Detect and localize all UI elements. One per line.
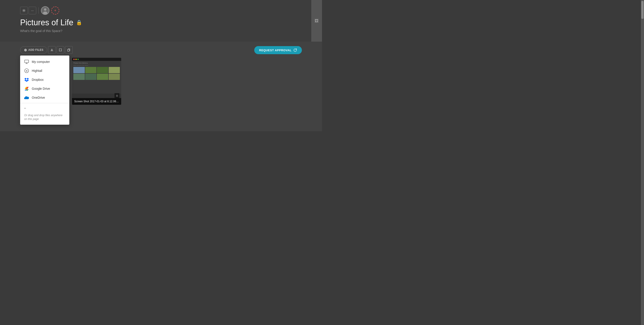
hero-image-thumb: 🖼 [311,0,322,42]
add-files-dropdown: My computer H Hightail Dropbox [20,56,69,125]
dash-label: – [24,106,26,110]
main-content: ⊕ ADD FILES [0,42,322,131]
add-files-button[interactable]: ⊕ ADD FILES [20,46,47,54]
close-dot [73,59,75,60]
hero-section: ··· + Pictures of Life 🔒 What's the goal… [0,0,322,42]
mini-photo-5 [73,74,85,80]
lock-icon: 🔒 [76,20,82,26]
mini-photo-3 [97,67,108,73]
dropdown-item-onedrive-label: OneDrive [32,96,45,99]
dropdown-item-dropbox[interactable]: Dropbox [20,75,69,84]
plus-icon: + [54,8,56,13]
mini-photo-4 [109,67,120,73]
computer-icon [24,59,29,64]
settings-button[interactable] [20,7,28,14]
image-icon: 🖼 [314,19,319,23]
svg-point-3 [43,12,48,15]
copy-button[interactable] [65,46,73,54]
file-card-footer-2: Screen Shot 2017-01-03 at 8.12.06 ... [72,98,121,105]
dropdown-item-onedrive[interactable]: OneDrive [20,93,69,102]
request-approval-button[interactable]: REQUEST APPROVAL [254,46,302,54]
screenshot-header [72,58,121,61]
screenshot-title: Photos from Above ▸ [73,62,120,64]
mini-photo-8 [109,74,120,80]
svg-point-0 [24,10,24,11]
download-button[interactable] [48,46,56,54]
dropbox-icon [24,77,29,82]
avatar[interactable] [41,6,50,15]
request-approval-label: REQUEST APPROVAL [259,49,292,52]
file-card-icons-2: ⊡ [114,93,120,98]
dropdown-item-my-computer-label: My computer [32,60,50,64]
page-title-container: Pictures of Life 🔒 [20,18,302,27]
add-person-button[interactable]: + [51,7,59,15]
approval-icon [294,48,297,52]
mini-photo-1 [73,67,85,73]
dropdown-item-google-drive-label: Google Drive [32,87,50,90]
add-files-label: ADD FILES [28,48,44,52]
dropdown-hint: Or drag and drop files anywhere on this … [20,112,69,123]
page-title: Pictures of Life [20,18,73,27]
hightail-logo-icon: H [24,68,29,73]
onedrive-icon [24,95,29,100]
svg-text:H: H [26,70,28,72]
add-icon: ⊕ [24,48,27,52]
dropdown-item-google-drive[interactable]: Google Drive [20,84,69,93]
expand-button[interactable] [56,46,64,54]
mini-photo-2 [85,67,96,73]
file-icon-btn-2[interactable]: ⊡ [114,93,120,98]
file-thumbnail-2: Photos from Above ▸ What's the goal of t… [72,58,121,94]
max-dot [77,59,79,60]
dropdown-item-dropbox-label: Dropbox [32,78,44,82]
page-subtitle: What's the goal of this Space? [20,29,302,33]
files-toolbar: ⊕ ADD FILES [20,46,302,54]
svg-rect-5 [68,49,69,51]
dropdown-item-hightail[interactable]: H Hightail [20,66,69,75]
google-drive-icon [24,86,29,91]
screenshot-subtitle: What's the goal of this Space? [73,65,120,66]
toolbar-divider [38,8,39,14]
more-options-button[interactable]: ··· [28,7,36,14]
svg-rect-6 [24,60,28,63]
file-name-2: Screen Shot 2017-01-03 at 8.12.06 ... [74,100,119,103]
dropdown-item-my-computer[interactable]: My computer [20,57,69,66]
hero-toolbar: ··· + [20,6,302,15]
mini-photo-6 [85,74,96,80]
mini-photo-7 [97,74,108,80]
ellipsis-icon: ··· [31,9,34,12]
dropdown-item-hightail-label: Hightail [32,69,42,73]
svg-point-2 [44,8,46,11]
mini-photo-grid [73,67,120,80]
screenshot-body: Photos from Above ▸ What's the goal of t… [72,61,121,94]
file-card-2[interactable]: Photos from Above ▸ What's the goal of t… [72,58,121,105]
min-dot [75,59,77,60]
dropdown-item-dash: – [20,104,69,112]
